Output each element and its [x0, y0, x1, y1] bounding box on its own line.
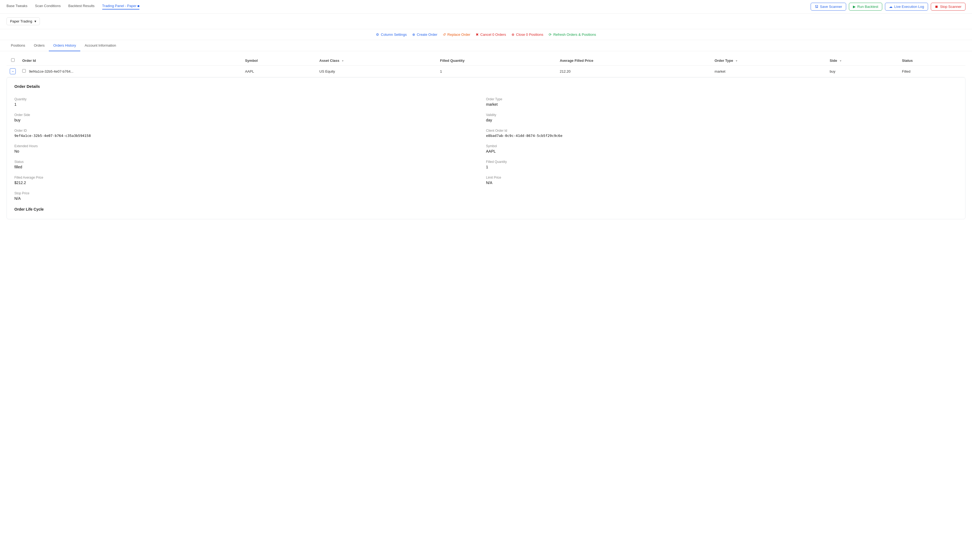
col-symbol: Symbol [242, 55, 316, 66]
order-type-value: market [486, 102, 958, 107]
order-lifecycle-label: Order Life Cycle [14, 207, 958, 212]
refresh-button[interactable]: ⟳ Refresh Orders & Positions [549, 33, 596, 37]
order-side-value: buy [14, 118, 486, 122]
top-nav: Base Tweaks Scan Conditions Backtest Res… [0, 0, 972, 13]
nav-backtest-results[interactable]: Backtest Results [68, 4, 95, 10]
detail-lifecycle-spacer [486, 188, 958, 204]
nav-links: Base Tweaks Scan Conditions Backtest Res… [7, 4, 139, 10]
col-side: Side ▼ [827, 55, 899, 66]
header-checkbox [7, 55, 19, 66]
order-type-label: Order Type [486, 97, 958, 101]
row-checkbox[interactable] [22, 69, 26, 73]
stop-price-value: N/A [14, 196, 486, 201]
details-grid: Quantity 1 Order Type market Order Side … [14, 94, 958, 213]
order-details-title: Order Details [14, 84, 958, 88]
detail-extended-hours: Extended Hours No [14, 141, 486, 157]
detail-validity: Validity day [486, 110, 958, 125]
col-avg-filled-price: Average Filled Price [556, 55, 711, 66]
nav-base-tweaks[interactable]: Base Tweaks [7, 4, 27, 10]
order-type-filter-icon[interactable]: ▼ [735, 59, 738, 62]
dropdown-arrow-icon: ▾ [35, 19, 36, 23]
limit-price-value: N/A [486, 180, 958, 185]
quantity-label: Quantity [14, 97, 486, 101]
tab-orders-history[interactable]: Orders History [49, 40, 80, 51]
detail-client-order-id: Client Order Id e8bad7ab-0c9c-41dd-8674-… [486, 125, 958, 141]
symbol-detail-value: AAPL [486, 149, 958, 153]
order-id-detail-value: 9ef4a1ce-32b5-4e07-b764-c35a3b594158 [14, 133, 486, 138]
stop-icon: ⏹ [935, 5, 939, 9]
nav-trading-panel[interactable]: Trading Panel - Paper [102, 4, 140, 10]
close-positions-button[interactable]: ⊗ Close 0 Positions [511, 33, 543, 37]
save-scanner-button[interactable]: 🖫 Save Scanner [811, 3, 846, 10]
side-cell: buy [827, 66, 899, 77]
tabs: Positions Orders Orders History Account … [0, 40, 972, 51]
filled-avg-price-label: Filled Average Price [14, 176, 486, 180]
order-side-label: Order Side [14, 113, 486, 117]
row-checkbox-cell: 9ef4a1ce-32b5-4e07-b764... [19, 66, 242, 77]
nav-buttons: 🖫 Save Scanner ▶ Run Backtest ☁ Live Exe… [811, 3, 965, 10]
filled-quantity-detail-value: 1 [486, 165, 958, 169]
table-header: Order Id Symbol Asset Class ▼ Filled Qua… [7, 55, 965, 66]
col-filled-quantity: Filled Quantity [437, 55, 556, 66]
live-execution-button[interactable]: ☁ Live Execution Log [885, 3, 928, 10]
table-area: Order Id Symbol Asset Class ▼ Filled Qua… [0, 51, 972, 77]
filled-avg-price-value: $212.2 [14, 180, 486, 185]
replace-icon: ↺ [443, 33, 446, 37]
order-details-card: Order Details Quantity 1 Order Type mark… [7, 77, 965, 219]
extended-hours-label: Extended Hours [14, 144, 486, 148]
asset-class-filter-icon[interactable]: ▼ [341, 59, 344, 62]
detail-stop-price: Stop Price N/A [14, 188, 486, 204]
tab-account-information[interactable]: Account Information [80, 40, 120, 51]
detail-symbol: Symbol AAPL [486, 141, 958, 157]
order-id-label: Order ID [14, 129, 486, 133]
orders-history-table: Order Id Symbol Asset Class ▼ Filled Qua… [7, 55, 965, 77]
col-order-type: Order Type ▼ [711, 55, 827, 66]
paper-trading-dropdown[interactable]: Paper Trading ▾ [7, 17, 40, 25]
detail-order-lifecycle: Order Life Cycle [14, 204, 958, 213]
detail-quantity: Quantity 1 [14, 94, 486, 110]
row-expand-cell: − [7, 66, 19, 77]
column-settings-button[interactable]: ⚙ Column Settings [376, 33, 406, 37]
col-asset-class: Asset Class ▼ [316, 55, 437, 66]
select-all-checkbox[interactable] [11, 58, 15, 62]
nav-scan-conditions[interactable]: Scan Conditions [35, 4, 61, 10]
detail-order-type: Order Type market [486, 94, 958, 110]
stop-price-label: Stop Price [14, 192, 486, 195]
asset-class-cell: US Equity [316, 66, 437, 77]
plus-circle-icon: ⊕ [412, 33, 415, 37]
extended-hours-value: No [14, 149, 486, 153]
limit-price-label: Limit Price [486, 176, 958, 180]
close-circle-icon: ⊗ [511, 33, 514, 37]
cancel-orders-button[interactable]: ✖ Cancel 0 Orders [476, 33, 506, 37]
table-row: − 9ef4a1ce-32b5-4e07-b764... AAPL US Equ… [7, 66, 965, 77]
save-icon: 🖫 [815, 5, 818, 9]
detail-status: Status filled [14, 157, 486, 172]
validity-label: Validity [486, 113, 958, 117]
table-body: − 9ef4a1ce-32b5-4e07-b764... AAPL US Equ… [7, 66, 965, 77]
toolbar: ⚙ Column Settings ⊕ Create Order ↺ Repla… [0, 29, 972, 40]
detail-filled-quantity: Filled Quantity 1 [486, 157, 958, 172]
detail-filled-avg-price: Filled Average Price $212.2 [14, 172, 486, 188]
validity-value: day [486, 118, 958, 122]
side-filter-icon[interactable]: ▼ [839, 59, 842, 62]
stop-scanner-button[interactable]: ⏹ Stop Scanner [931, 3, 965, 10]
order-type-cell: market [711, 66, 827, 77]
status-cell: Filled [899, 66, 965, 77]
expand-row-button[interactable]: − [10, 68, 16, 74]
filled-quantity-label: Filled Quantity [486, 160, 958, 164]
quantity-value: 1 [14, 102, 486, 107]
tab-orders[interactable]: Orders [30, 40, 49, 51]
filled-quantity-cell: 1 [437, 66, 556, 77]
run-icon: ▶ [853, 5, 856, 9]
run-backtest-button[interactable]: ▶ Run Backtest [849, 3, 882, 10]
order-id-value: 9ef4a1ce-32b5-4e07-b764... [29, 69, 73, 73]
tab-positions[interactable]: Positions [7, 40, 30, 51]
create-order-button[interactable]: ⊕ Create Order [412, 33, 438, 37]
status-label: Status [14, 160, 486, 164]
detail-order-side: Order Side buy [14, 110, 486, 125]
avg-filled-price-cell: 212.20 [556, 66, 711, 77]
client-order-id-value: e8bad7ab-0c9c-41dd-8674-5cb5f29c9c6e [486, 133, 958, 138]
replace-order-button[interactable]: ↺ Replace Order [443, 33, 471, 37]
gear-icon: ⚙ [376, 33, 379, 37]
col-status: Status [899, 55, 965, 66]
